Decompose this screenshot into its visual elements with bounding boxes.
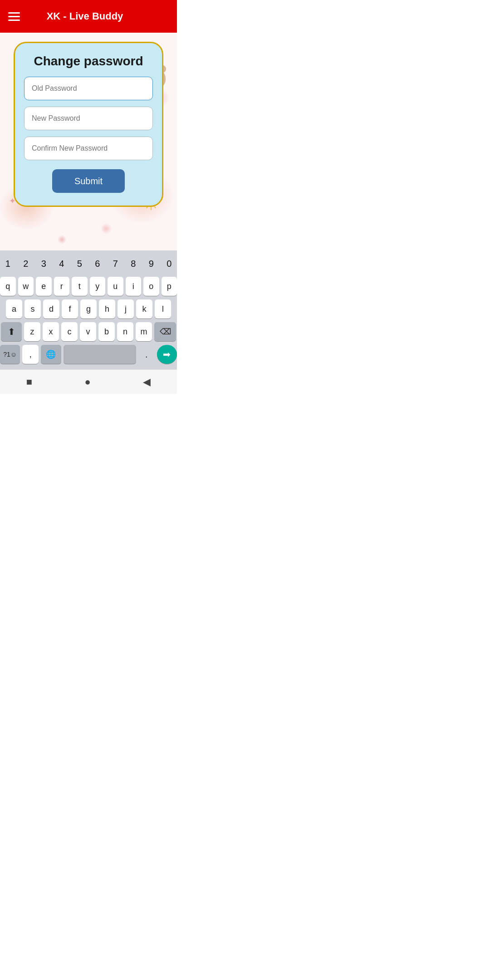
key-z[interactable]: z — [24, 322, 40, 341]
emoji-key[interactable]: ?1☺ — [0, 345, 20, 364]
keyboard: 1 2 3 4 5 6 7 8 9 0 q w e r t y u i o p … — [0, 250, 177, 369]
key-n[interactable]: n — [117, 322, 133, 341]
square-nav-icon[interactable]: ■ — [26, 376, 32, 388]
key-q[interactable]: q — [0, 277, 16, 296]
key-e[interactable]: e — [36, 277, 52, 296]
keyboard-number-row: 1 2 3 4 5 6 7 8 9 0 — [0, 254, 177, 273]
key-5[interactable]: 5 — [72, 254, 88, 273]
key-g[interactable]: g — [80, 299, 97, 318]
card-title: Change password — [34, 54, 143, 69]
key-k[interactable]: k — [136, 299, 152, 318]
key-7[interactable]: 7 — [108, 254, 123, 273]
globe-key[interactable]: 🌐 — [41, 345, 61, 364]
key-b[interactable]: b — [98, 322, 115, 341]
content-area: ✦ ✦ ✦ ♥ ☀ Change pa — [0, 33, 177, 250]
key-4[interactable]: 4 — [54, 254, 70, 273]
key-h[interactable]: h — [99, 299, 115, 318]
key-c[interactable]: c — [61, 322, 78, 341]
key-0[interactable]: 0 — [162, 254, 177, 273]
key-f[interactable]: f — [62, 299, 78, 318]
topbar: XK - Live Buddy — [0, 0, 177, 33]
key-u[interactable]: u — [108, 277, 123, 296]
new-password-input[interactable] — [24, 107, 153, 130]
key-y[interactable]: y — [90, 277, 106, 296]
key-x[interactable]: x — [43, 322, 59, 341]
keyboard-asdf-row: a s d f g h j k l — [0, 299, 177, 318]
dot-key[interactable]: . — [138, 345, 155, 364]
enter-key[interactable]: ➡ — [157, 345, 177, 364]
shift-key[interactable]: ⬆ — [1, 322, 22, 341]
spacebar[interactable] — [64, 345, 136, 364]
keyboard-bottom-row: ?1☺ , 🌐 . ➡ — [0, 345, 177, 364]
key-3[interactable]: 3 — [36, 254, 52, 273]
back-nav-icon[interactable]: ◀ — [143, 376, 151, 388]
key-v[interactable]: v — [80, 322, 96, 341]
keyboard-zxcv-row: ⬆ z x c v b n m ⌫ — [0, 322, 177, 341]
key-1[interactable]: 1 — [0, 254, 16, 273]
key-p[interactable]: p — [162, 277, 177, 296]
key-a[interactable]: a — [6, 299, 22, 318]
key-6[interactable]: 6 — [90, 254, 106, 273]
old-password-input[interactable] — [24, 77, 153, 100]
key-r[interactable]: r — [54, 277, 70, 296]
bottom-nav: ■ ● ◀ — [0, 369, 177, 394]
app-title: XK - Live Buddy — [20, 10, 150, 22]
key-j[interactable]: j — [118, 299, 134, 318]
key-d[interactable]: d — [43, 299, 59, 318]
change-password-card: Change password Submit — [14, 42, 163, 207]
circle-nav-icon[interactable]: ● — [85, 376, 91, 388]
key-o[interactable]: o — [143, 277, 159, 296]
key-w[interactable]: w — [18, 277, 34, 296]
key-9[interactable]: 9 — [143, 254, 159, 273]
comma-key[interactable]: , — [22, 345, 39, 364]
key-8[interactable]: 8 — [126, 254, 142, 273]
delete-key[interactable]: ⌫ — [154, 322, 176, 341]
key-s[interactable]: s — [24, 299, 41, 318]
submit-button[interactable]: Submit — [52, 169, 125, 193]
key-i[interactable]: i — [126, 277, 142, 296]
confirm-password-input[interactable] — [24, 137, 153, 160]
menu-icon[interactable] — [8, 12, 20, 21]
keyboard-qwerty-row: q w e r t y u i o p — [0, 277, 177, 296]
key-t[interactable]: t — [72, 277, 88, 296]
key-l[interactable]: l — [155, 299, 171, 318]
key-m[interactable]: m — [136, 322, 152, 341]
key-2[interactable]: 2 — [18, 254, 34, 273]
